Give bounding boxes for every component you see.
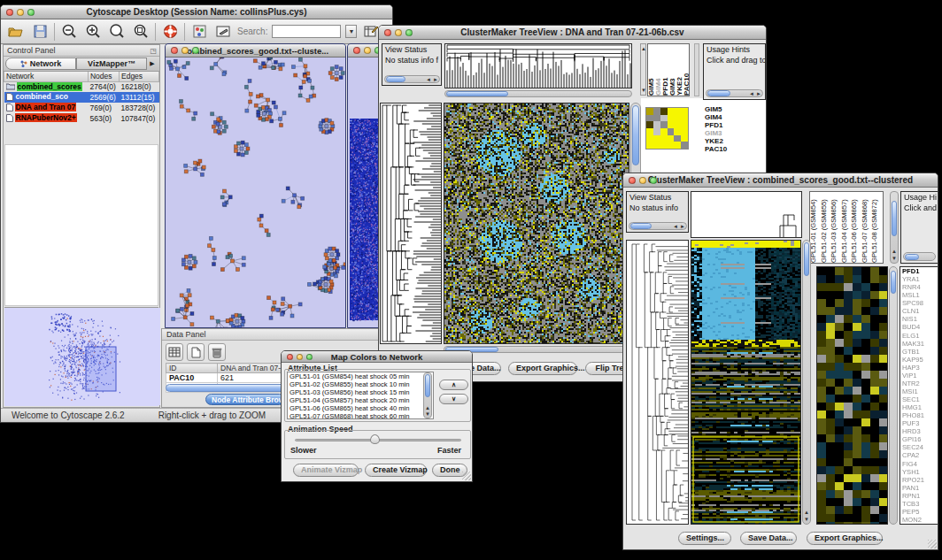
annotation-button[interactable] [213,22,233,42]
close-icon[interactable] [287,354,293,360]
slider-thumb[interactable] [370,434,380,444]
gene-list-item[interactable]: SPC98 [902,299,938,307]
scroll-right-icon[interactable]: ► [756,91,761,96]
gene-list-item[interactable]: FIG4 [902,460,938,468]
zoom-out-button[interactable] [59,22,79,42]
open-button[interactable] [6,22,26,42]
column-label[interactable]: GPL51-06 (GSM865) [851,192,861,263]
tab-network[interactable]: Network [5,58,76,70]
delete-attribute-button[interactable] [208,343,226,361]
attribute-list-item[interactable]: GPL51-04 (GSM857) heat shock 20 min [290,396,433,404]
heatmap-vscrollbar[interactable]: ▲ ▼ [802,240,811,525]
column-labels-scrollbar[interactable]: ▲ ▼ [890,191,899,264]
minimize-icon[interactable] [395,29,402,36]
close-icon[interactable] [629,177,636,184]
gene-list-item[interactable]: BUD4 [902,323,938,331]
view-status-scrollbar[interactable]: ◄ ► [629,222,687,230]
network-row[interactable]: combined_sco 2569(6) 13112(15) [4,92,159,103]
scroll-down-icon[interactable]: ▼ [425,411,430,417]
treeview1-row-dendrogram[interactable] [380,103,442,344]
gene-list-item[interactable]: RPO21 [902,476,938,484]
gene-list-item[interactable]: PAN1 [902,484,938,492]
gene-list-item[interactable]: NTR2 [902,380,938,387]
matrix-cell[interactable] [674,115,681,122]
matrix-cell[interactable] [660,121,668,128]
minimize-icon[interactable] [639,177,646,184]
move-up-button[interactable]: ∧ [439,380,468,390]
settings-button[interactable]: Settings... [678,532,731,545]
matrix-cell[interactable] [646,115,653,122]
treeview1-column-dendrogram[interactable] [444,43,632,88]
minimize-icon[interactable] [181,47,189,54]
treeview2-row-dendrogram[interactable] [626,240,689,525]
scroll-up-icon[interactable]: ▲ [425,405,430,410]
gene-list-item[interactable]: ELG1 [902,332,938,340]
gene-list-item[interactable]: CLN1 [902,307,938,315]
matrix-cell[interactable] [668,121,675,128]
resize-grip[interactable] [462,472,471,480]
gene-list-item[interactable]: RNR4 [902,283,938,291]
search-dropdown-arrow[interactable]: ▼ [345,25,357,38]
matrix-cell[interactable] [674,135,681,142]
attribute-list[interactable]: GPL51-01 (GSM854) heat shock 05 minGPL51… [287,372,434,419]
attribute-list-scrollbar[interactable]: ▲ ▼ [423,372,432,418]
matrix-cell[interactable] [674,142,681,149]
column-label[interactable]: PAC10 [683,44,690,96]
scroll-left-icon[interactable]: ◄ [673,224,678,229]
tab-vizmapper[interactable]: VizMapper™ [76,58,147,70]
treeview2-gene-list[interactable]: PFD1YRA1RNR4MSL1SPC98CLN1NIS1BUD4ELG1MAK… [900,266,938,525]
row-label[interactable]: GIM4 [705,113,760,121]
attribute-list-item[interactable]: GPL51-01 (GSM854) heat shock 05 min [290,372,433,380]
scroll-left-icon[interactable]: ◄ [426,77,431,82]
save-button[interactable] [30,22,50,42]
node-attribute-browser-button[interactable]: Node Attribute Brows [205,394,285,405]
usage-hints-scrollbar[interactable]: ◄ ► [706,89,763,97]
zoom-selected-button[interactable] [131,22,151,42]
move-down-button[interactable]: ∨ [439,394,468,404]
treeview1-column-labels[interactable]: GIM5GIM4PFD1GIM3YKE2PAC10 [647,43,690,96]
row-label[interactable]: PFD1 [705,121,760,129]
gene-list-item[interactable]: PUF3 [902,419,938,427]
matrix-cell[interactable] [653,142,660,149]
zoom-in-button[interactable] [83,22,103,42]
network-row[interactable]: DNA and Tran 07 769(0) 183728(0) [4,103,159,113]
close-icon[interactable] [6,9,13,16]
column-label[interactable]: GPL51-01 (GSM854) [810,192,821,263]
matrix-cell[interactable] [681,142,688,149]
heatmap-hscrollbar[interactable] [444,346,640,353]
close-icon[interactable] [171,47,178,54]
zoom-window-icon[interactable] [306,354,313,360]
matrix-cell[interactable] [674,128,681,135]
gene-list-item[interactable]: MAK31 [902,340,938,348]
gene-list-item[interactable]: VIP1 [902,372,938,380]
matrix-cell[interactable] [653,108,660,115]
resize-grip[interactable] [928,540,937,548]
matrix-cell[interactable] [674,121,681,128]
create-vizmap-button[interactable]: Create Vizmap [365,464,427,477]
gene-list-item[interactable]: MSL1 [902,291,938,299]
matrix-cell[interactable] [660,142,668,149]
row-label[interactable]: YKE2 [705,137,760,145]
gene-list-item[interactable]: PHO81 [902,411,938,419]
zoom-window-icon[interactable] [27,9,35,16]
matrix-cell[interactable] [668,115,675,122]
zoom-window-icon[interactable] [650,177,657,184]
matrix-cell[interactable] [646,121,653,128]
treeview1-row-labels[interactable]: GIM5GIM4PFD1GIM3YKE2PAC10 [703,105,760,157]
attribute-list-item[interactable]: GPL51-07 (GSM868) heat shock 60 min [290,412,433,419]
id-column-header[interactable]: ID [166,364,218,373]
view-status-scrollbar[interactable]: ◄ ► [384,75,440,83]
close-icon[interactable] [353,47,360,54]
matrix-cell[interactable] [660,108,668,115]
network-row[interactable]: combined_scores 2764(0) 16218(0) [4,81,159,92]
attribute-list-item[interactable]: GPL51-03 (GSM856) heat shock 15 min [290,388,433,396]
treeview1-title-bar[interactable]: ClusterMaker TreeView : DNA and Tran 07-… [379,26,766,40]
matrix-cell[interactable] [674,108,681,115]
new-attribute-button[interactable] [187,343,205,361]
minimize-icon[interactable] [364,47,371,54]
treeview2-heatmap[interactable] [691,240,801,525]
matrix-cell[interactable] [646,135,653,142]
gene-list-item[interactable]: YSH1 [902,468,938,476]
help-button[interactable] [160,22,180,42]
main-title-bar[interactable]: Cytoscape Desktop (Session Name: collins… [1,5,392,19]
